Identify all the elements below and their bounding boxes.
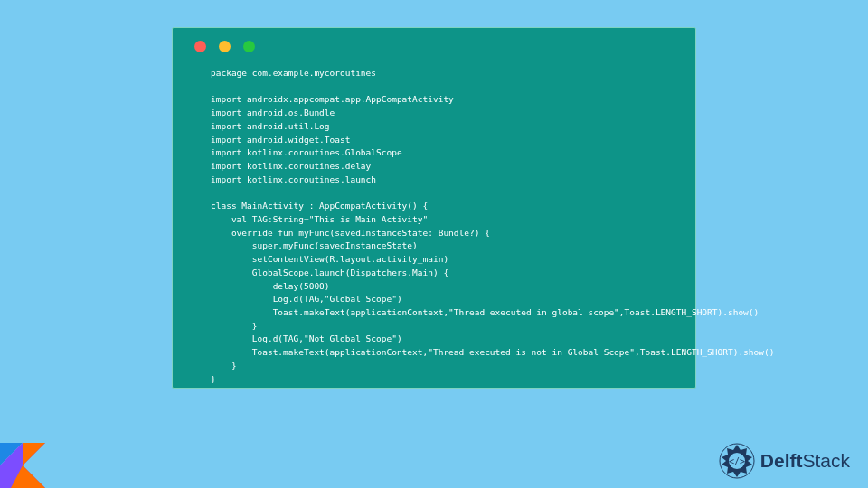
svg-marker-2 xyxy=(23,443,45,465)
svg-text:</>: </> xyxy=(729,456,745,466)
brand-prefix: Delft xyxy=(760,450,803,471)
code-block: package com.example.mycoroutines import … xyxy=(173,61,695,404)
close-icon xyxy=(194,41,206,52)
brand-badge-icon: </> xyxy=(719,443,755,479)
maximize-icon xyxy=(243,41,255,52)
minimize-icon xyxy=(219,41,231,52)
brand-suffix: Stack xyxy=(802,450,850,471)
window-controls xyxy=(173,28,695,61)
brand-name: DelftStack xyxy=(760,450,850,472)
brand-logo: </> DelftStack xyxy=(719,443,850,479)
code-window: package com.example.mycoroutines import … xyxy=(172,27,696,389)
kotlin-logo-icon xyxy=(0,443,45,488)
